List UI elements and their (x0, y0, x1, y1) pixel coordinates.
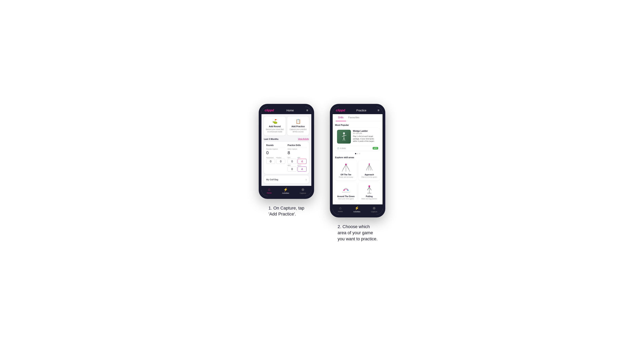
my-golf-bag-label: My Golf Bag (266, 178, 278, 181)
home-icon-2: ⌂ (339, 206, 342, 210)
tournament-stat: Tournament 0 (266, 157, 275, 164)
svg-line-9 (342, 165, 346, 172)
svg-line-2 (342, 136, 344, 137)
svg-point-13 (369, 164, 370, 165)
my-golf-bag[interactable]: My Golf Bag › (264, 175, 309, 183)
featured-info: Wedge Ladder 50–100 yds Play 1 shot at e… (353, 130, 378, 144)
putt-stat: PUTT 4 (298, 165, 306, 172)
add-practice-icon: 📋 (296, 119, 301, 124)
carousel-dots (335, 153, 380, 154)
phone1-screen: clippd Home ≡ ⛳ Add Round Record your sh… (262, 107, 311, 196)
svg-point-21 (369, 186, 370, 187)
view-activity-link[interactable]: View Activity (298, 138, 309, 140)
practice-value: 0 (278, 160, 284, 163)
phone1-section: clippd Home ≡ ⛳ Add Round Record your sh… (259, 104, 314, 217)
shots-count: 9 shots (340, 147, 346, 149)
menu-icon-1[interactable]: ≡ (306, 109, 308, 112)
ott-label: OTT (288, 157, 297, 158)
ott-value: 0 (289, 160, 295, 163)
nav-activities-label-2: Activities (353, 211, 360, 213)
drills-col: Practice Drills Drills Capture 8 OTT 0 (288, 144, 306, 172)
phone2-screen: clippd Practice ≡ Drills Favourites Most… (333, 107, 382, 215)
putting-icon-area (363, 184, 375, 194)
atg-name: Around The Green (337, 195, 355, 197)
nav-capture-2[interactable]: ⊕ Capture (371, 206, 377, 213)
arg-label: ARG (288, 165, 297, 166)
page-container: clippd Home ≡ ⛳ Add Round Record your sh… (259, 104, 385, 242)
app-badge: APP (373, 147, 378, 150)
stats-row: Rounds Rounds Capture 0 Tournament 0 (266, 144, 306, 172)
nav-home-1[interactable]: ⌂ Home (267, 187, 272, 194)
capture-icon-1: ⊕ (302, 187, 304, 192)
skill-card-putting[interactable]: Putting Make and lag practice (358, 182, 380, 202)
activities-icon-2: ⚡ (355, 206, 359, 210)
phone1-content: ⛳ Add Round Record your shots fast or en… (262, 114, 311, 186)
tab-drills[interactable]: Drills (336, 114, 346, 121)
nav-capture-1[interactable]: ⊕ Capture (300, 187, 306, 194)
rounds-capture-label: Rounds Capture (266, 148, 285, 150)
arg-stat: ARG 0 (288, 165, 297, 172)
add-practice-card[interactable]: 📋 Add Practice Capture your practice off… (287, 117, 309, 135)
ott-icon-area (340, 163, 352, 173)
approach-name: Approach (365, 173, 374, 176)
clock-icon: 🕐 (337, 147, 339, 149)
skill-grid: Off The Tee Power and accuracy (335, 160, 380, 202)
putt-value: 4 (299, 168, 305, 171)
nav-activities-label-1: Activities (282, 192, 289, 194)
dot-2 (357, 153, 358, 154)
add-practice-title: Add Practice (291, 125, 304, 128)
dot-3 (359, 153, 360, 154)
rounds-col: Rounds Rounds Capture 0 Tournament 0 (266, 144, 285, 172)
nav-home-label-1: Home (267, 192, 272, 194)
last3months-label: Last 3 Months (264, 138, 278, 140)
logo-1: clippd (265, 109, 274, 112)
nav-activities-1[interactable]: ⚡ Activities (282, 187, 289, 194)
nav-home-label-2: Home (338, 210, 343, 212)
caption-2: 2. Choose which area of your game you wa… (338, 224, 378, 242)
rounds-sub-stats: Tournament 0 Practice 0 (266, 157, 285, 164)
menu-icon-2[interactable]: ≡ (378, 109, 379, 112)
putting-name: Putting (366, 195, 373, 197)
logo-2: clippd (336, 109, 345, 112)
rounds-capture-value: 0 (266, 150, 285, 156)
app-value: 4 (299, 160, 305, 163)
skill-card-approach[interactable]: Approach Dial-in to hit the green (358, 160, 380, 180)
ott-desc: Power and accuracy (339, 176, 353, 178)
svg-line-5 (344, 138, 345, 141)
featured-footer: 🕐 9 shots APP (335, 146, 380, 151)
add-round-card[interactable]: ⛳ Add Round Record your shots fast or en… (264, 117, 286, 135)
wedge-ladder-card[interactable]: Wedge Ladder 50–100 yds Play 1 shot at e… (335, 128, 380, 151)
add-round-title: Add Round (269, 125, 280, 128)
skill-card-atg[interactable]: Around The Green Hone your short game (335, 182, 357, 202)
most-popular-title: Most Popular (335, 124, 380, 126)
nav-capture-label-1: Capture (300, 192, 306, 194)
putt-label: PUTT (298, 165, 306, 166)
nav-capture-label-2: Capture (371, 211, 377, 213)
phone1-frame: clippd Home ≡ ⛳ Add Round Record your sh… (259, 104, 314, 199)
nav-activities-2[interactable]: ⚡ Activities (353, 206, 360, 213)
wedge-ladder-desc: Play 1 shot at each target yardage. If y… (353, 135, 378, 143)
add-round-subtitle: Record your shots fast or enhanced mode (266, 128, 284, 133)
activities-icon-1: ⚡ (284, 187, 288, 192)
phone2-bottom-nav: ⌂ Home ⚡ Activities ⊕ Capture (333, 204, 382, 215)
ott-stat: OTT 0 (288, 157, 297, 164)
phone1-header: clippd Home ≡ (262, 107, 311, 114)
skill-card-ott[interactable]: Off The Tee Power and accuracy (335, 160, 357, 180)
golfer-icon (337, 130, 351, 144)
wedge-ladder-yds: 50–100 yds (353, 132, 378, 134)
dot-1 (355, 153, 356, 154)
app-stat: APP 4 (298, 157, 306, 164)
phone2-frame: clippd Practice ≡ Drills Favourites Most… (330, 104, 385, 217)
tab-favourites[interactable]: Favourites (346, 114, 362, 121)
tournament-label: Tournament (266, 157, 275, 158)
phone2-header: clippd Practice ≡ (333, 107, 382, 114)
atg-icon-area (340, 184, 352, 194)
home-icon-1: ⌂ (268, 187, 270, 191)
caption-1: 1. On Capture, tap 'Add Practice'. (268, 205, 304, 217)
tournament-box: 0 (266, 159, 275, 164)
shots-info: 🕐 9 shots (337, 147, 346, 149)
drills-title: Practice Drills (288, 144, 306, 147)
svg-line-4 (343, 138, 344, 141)
nav-home-2[interactable]: ⌂ Home (338, 206, 343, 213)
header-title-1: Home (286, 109, 294, 112)
